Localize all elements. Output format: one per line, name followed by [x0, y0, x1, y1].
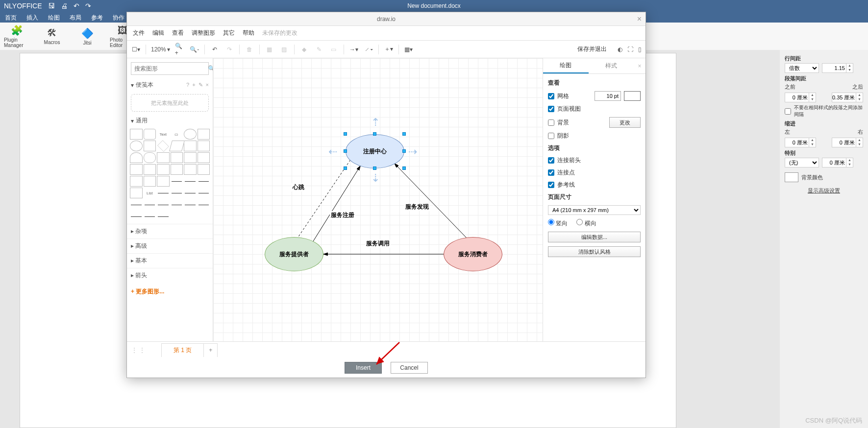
toback-icon[interactable]: ▨ [279, 45, 289, 54]
special-value[interactable]: ▲▼ [822, 158, 853, 167]
cat-arrow[interactable]: ▸ 箭头 [127, 268, 213, 283]
shadow-toggle-icon[interactable]: ▭ [329, 45, 339, 54]
shape-callout[interactable] [184, 164, 197, 175]
shape-arrow2[interactable] [198, 176, 210, 187]
scratchpad-dropzone[interactable]: 把元素拖至此处 [131, 94, 209, 112]
tab-style[interactable]: 样式 [589, 58, 634, 73]
shape-line1[interactable] [144, 199, 156, 210]
node-consumer[interactable]: 服务消费者 [444, 237, 502, 271]
zoom-in-icon[interactable]: 🔍+ [175, 45, 185, 54]
conn-arrow-w-icon[interactable]: ⇠ [328, 145, 337, 158]
shape-roundrect[interactable] [144, 129, 156, 140]
table-icon[interactable]: ▦▾ [404, 45, 414, 54]
add-page-button[interactable]: + [204, 343, 218, 357]
line-spacing-type[interactable]: 倍数 [785, 63, 819, 73]
menu-extras[interactable]: 其它 [223, 29, 235, 37]
add-shape-icon[interactable]: ＋▾ [384, 45, 394, 54]
sel-handle-n[interactable] [373, 132, 376, 136]
shape-trap[interactable] [130, 164, 143, 175]
sel-handle-se[interactable] [402, 166, 406, 170]
help-icon[interactable]: ? [186, 82, 189, 88]
menu-file[interactable]: 文件 [133, 29, 145, 37]
shape-ellipse[interactable] [184, 129, 197, 140]
shape-search[interactable]: 🔍 [131, 62, 209, 75]
label-heartbeat[interactable]: 心跳 [292, 183, 305, 191]
page-tab-1[interactable]: 第 1 页 [161, 343, 204, 357]
save-icon[interactable]: 🖫 [48, 2, 55, 10]
menu-help[interactable]: 帮助 [243, 29, 254, 37]
shape-circle[interactable] [130, 141, 143, 151]
pageview-checkbox[interactable] [548, 106, 554, 112]
zoom-select[interactable]: 120%▾ [151, 46, 170, 53]
clear-style-button[interactable]: 清除默认风格 [548, 246, 641, 257]
bgcolor-swatch[interactable] [785, 172, 798, 182]
sel-handle-w[interactable] [344, 149, 347, 153]
shape-text[interactable]: Text [157, 129, 170, 140]
shape-line3[interactable] [171, 199, 183, 210]
tab-diagram[interactable]: 绘图 [543, 58, 589, 73]
drawio-canvas[interactable]: 注册中心 ⇡ ⇣ ⇠ ⇢ 服务提供者 服务消费者 心跳 服务注册 服务发现 服务… [213, 58, 543, 341]
shape-square[interactable] [198, 129, 210, 140]
background-checkbox[interactable] [548, 119, 554, 126]
shape-curve[interactable] [171, 176, 183, 187]
menu-arrange[interactable]: 调整图形 [192, 29, 215, 37]
shape-triangle[interactable] [198, 141, 210, 151]
shape-internal[interactable] [171, 152, 183, 163]
tofront-icon[interactable]: ▦ [265, 45, 274, 54]
pagesize-select[interactable]: A4 (210 mm x 297 mm) [548, 205, 641, 215]
shape-document[interactable] [157, 152, 170, 163]
add-icon[interactable]: + [192, 82, 195, 88]
shape-cube[interactable] [184, 152, 197, 163]
general-section[interactable]: ▾通用 [127, 115, 213, 127]
cat-advanced[interactable]: ▸ 高级 [127, 238, 213, 253]
scratchpad-section[interactable]: ▾便笺本 ?+✎× [127, 79, 213, 91]
tab-draw[interactable]: 绘图 [43, 12, 65, 23]
sel-handle-e[interactable] [402, 149, 406, 153]
grid-color-swatch[interactable] [624, 91, 641, 101]
shape-cloud[interactable] [144, 152, 156, 163]
show-advanced-link[interactable]: 显示高级设置 [785, 187, 863, 194]
redo-icon[interactable]: ↷ [85, 2, 91, 10]
special-type[interactable]: (无) [785, 158, 819, 167]
tab-insert[interactable]: 插入 [22, 12, 43, 23]
label-invoke[interactable]: 服务调用 [365, 239, 391, 248]
shape-rect[interactable] [130, 129, 143, 140]
insert-button[interactable]: Insert [345, 362, 382, 374]
shape-step[interactable] [198, 152, 210, 163]
tab-references[interactable]: 参考 [86, 12, 108, 23]
node-provider[interactable]: 服务提供者 [265, 237, 323, 271]
shape-cylinder[interactable] [130, 152, 143, 163]
shape-wave[interactable] [157, 188, 170, 198]
close-icon[interactable]: × [206, 82, 209, 88]
tab-home[interactable]: 首页 [0, 12, 22, 23]
undo-button[interactable]: ↶ [210, 45, 220, 54]
close-panel-icon[interactable]: × [634, 58, 645, 73]
shape-arrow1[interactable] [184, 176, 197, 187]
guides-checkbox[interactable] [548, 182, 554, 188]
shape-conn3[interactable] [130, 211, 143, 222]
sel-handle-nw[interactable] [344, 132, 347, 136]
zoom-out-icon[interactable]: 🔍- [190, 45, 199, 54]
node-registry[interactable]: 注册中心 [346, 134, 404, 168]
theme-icon[interactable]: ◐ [618, 46, 622, 53]
shape-process[interactable] [144, 141, 156, 151]
shape-card[interactable] [171, 164, 183, 175]
change-bg-button[interactable]: 更改 [609, 117, 641, 128]
redo-button[interactable]: ↷ [224, 45, 234, 54]
indent-left[interactable]: ▲▼ [785, 138, 816, 147]
shape-tape[interactable] [144, 164, 156, 175]
print-icon[interactable]: 🖨 [61, 2, 68, 10]
shape-listitem[interactable]: List [144, 188, 156, 198]
stroke-icon[interactable]: ✎ [314, 45, 324, 54]
shape-uarrow[interactable] [184, 188, 197, 198]
edit-data-button[interactable]: 编辑数据... [548, 232, 641, 242]
waypoint-icon[interactable]: ⟋▾ [364, 45, 373, 54]
label-discover[interactable]: 服务发现 [404, 203, 430, 211]
conn-points-checkbox[interactable] [548, 169, 554, 176]
fullscreen-icon[interactable]: ⛶ [627, 46, 633, 53]
conn-arrow-e-icon[interactable]: ⇢ [408, 145, 417, 158]
shape-diamond[interactable] [157, 140, 169, 152]
shape-dashline[interactable] [198, 188, 210, 198]
sel-handle-ne[interactable] [402, 132, 406, 136]
cat-basic[interactable]: ▸ 基本 [127, 253, 213, 268]
